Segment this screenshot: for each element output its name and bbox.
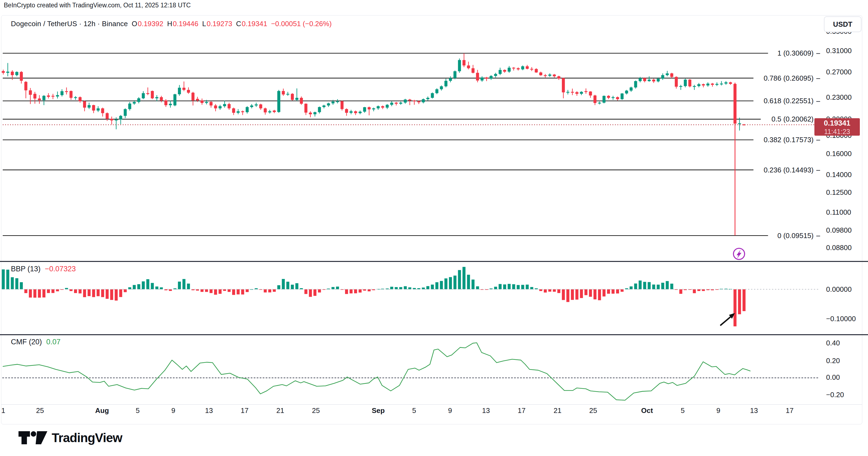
- lightning-bolt-icon[interactable]: [734, 249, 745, 260]
- price-axis-label: 0.11000: [826, 208, 851, 217]
- time-axis-label: Oct: [641, 406, 653, 415]
- bbp-axis-label: −0.10000: [826, 315, 856, 323]
- price-axis-label: 0.23000: [826, 93, 852, 102]
- time-axis-label: 17: [241, 406, 249, 415]
- close-value: C0.19341: [236, 20, 267, 28]
- time-axis-label: 13: [205, 406, 213, 415]
- price-axis-label: 0.08800: [826, 244, 852, 252]
- symbol-bar: Dogecoin / TetherUS · 12h · Binance O0.1…: [11, 20, 332, 28]
- time-axis-label: 5: [412, 406, 416, 415]
- time-axis-label: 21: [276, 406, 284, 415]
- time-axis-label: Aug: [95, 406, 109, 415]
- time-axis-label: 13: [750, 406, 758, 415]
- time-axis-label: 17: [518, 406, 526, 415]
- last-price-badge[interactable]: 0.19341 11:41:23: [814, 118, 860, 136]
- tradingview-logo-icon: [18, 431, 48, 445]
- price-axis-label: 0.14000: [826, 171, 852, 179]
- cmf-indicator-label[interactable]: CMF (20) 0.07: [11, 338, 61, 346]
- time-axis-label: 13: [482, 406, 490, 415]
- bar-countdown: 11:41:23: [814, 127, 860, 135]
- price-axis-label: 0.12500: [826, 188, 852, 197]
- price-axis-label: 0.09800: [826, 226, 852, 234]
- cmf-indicator-value: 0.07: [46, 338, 61, 346]
- price-axis-label: 0.16000: [826, 149, 852, 158]
- cmf-axis-label: −0.20: [826, 391, 844, 399]
- open-value: O0.19392: [132, 20, 163, 28]
- bbp-histogram-series: [2, 267, 746, 326]
- time-axis-label: 5: [136, 406, 140, 415]
- currency-toggle-button[interactable]: USDT: [824, 16, 862, 32]
- time-axis-label: 21: [554, 406, 562, 415]
- change-value: −0.00051 (−0.26%): [271, 20, 332, 28]
- time-axis-label: 1: [1, 406, 5, 415]
- price-axis-label: 0.31000: [826, 47, 852, 55]
- pane-separators: [0, 261, 868, 405]
- time-axis-label: 9: [172, 406, 175, 415]
- fib-level-label: 0.786 (0.26095): [764, 74, 820, 82]
- time-axis-label: 25: [312, 406, 320, 415]
- fib-level-label: 0 (0.09515): [777, 231, 820, 240]
- bbp-axis-label: 0.00000: [826, 285, 852, 294]
- bbp-indicator-label[interactable]: BBP (13) −0.07323: [11, 265, 75, 273]
- cmf-axis-label: 0.20: [826, 357, 840, 365]
- candlestick-series: [2, 53, 746, 235]
- bbp-indicator-value: −0.07323: [45, 265, 75, 273]
- time-axis-label: 25: [36, 406, 44, 415]
- time-axis-label: 5: [681, 406, 685, 415]
- tradingview-logo-text: TradingView: [52, 430, 122, 445]
- time-axis-label: 25: [589, 406, 597, 415]
- low-value: L0.19273: [202, 20, 232, 28]
- high-value: H0.19446: [167, 20, 198, 28]
- last-price-value: 0.19341: [814, 118, 860, 127]
- fib-level-label: 0.236 (0.14493): [764, 166, 820, 174]
- time-axis-label: 9: [448, 406, 452, 415]
- price-axis-label: 0.27000: [826, 68, 852, 76]
- cmf-axis-label: 0.40: [826, 339, 840, 347]
- time-axis-label: 17: [786, 406, 794, 415]
- cmf-line-series: [3, 343, 750, 400]
- fib-level-label: 0.618 (0.22551): [764, 97, 820, 105]
- annotation-arrow-icon: [720, 313, 735, 325]
- fib-level-label: 1 (0.30609): [777, 49, 820, 57]
- screenshot-root: BeInCrypto created with TradingView.com,…: [0, 0, 868, 456]
- tradingview-logo[interactable]: TradingView: [18, 430, 122, 445]
- time-axis-label: 9: [716, 406, 720, 415]
- fib-level-label: 0.5 (0.20062): [771, 115, 820, 123]
- chart-canvas[interactable]: [0, 0, 868, 456]
- time-axis-label: Sep: [372, 406, 385, 415]
- symbol-title[interactable]: Dogecoin / TetherUS · 12h · Binance: [11, 20, 128, 28]
- cmf-axis-label: 0.00: [826, 373, 840, 382]
- fib-level-label: 0.382 (0.17573): [764, 136, 820, 144]
